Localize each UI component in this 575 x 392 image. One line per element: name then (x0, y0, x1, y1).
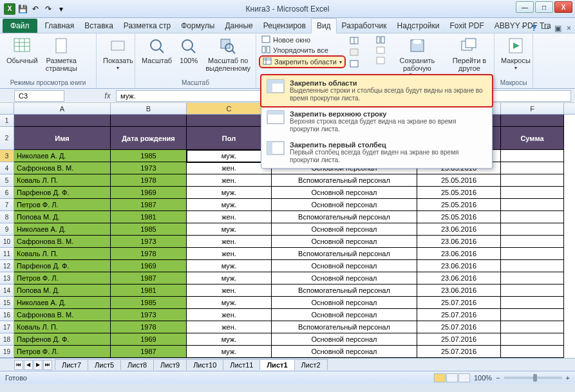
undo-icon[interactable]: ↶ (30, 3, 41, 15)
tab-view[interactable]: Вид (311, 18, 337, 33)
name-cell[interactable]: Коваль Л. П. (14, 321, 111, 333)
minimize-ribbon-icon[interactable]: ⌃ (520, 24, 527, 33)
row-header[interactable]: 11 (0, 248, 14, 260)
name-cell[interactable]: Попова М. Д. (14, 211, 111, 223)
sex-cell[interactable]: жен. (187, 248, 272, 260)
tab-insert[interactable]: Вставка (79, 19, 118, 33)
sex-cell[interactable]: жен. (187, 174, 272, 187)
dob-cell[interactable]: 1981 (111, 285, 187, 297)
sex-cell[interactable]: муж. (187, 260, 272, 272)
sum-cell[interactable] (501, 162, 564, 174)
name-cell[interactable]: Попова М. Д. (14, 285, 111, 297)
sheet-tab[interactable]: Лист7 (55, 359, 88, 370)
split-button[interactable] (347, 36, 373, 46)
name-cell[interactable]: Петров Ф. Л. (14, 272, 111, 285)
row-header[interactable]: 16 (0, 309, 14, 321)
column-header-cell[interactable]: Дата рождения (111, 127, 187, 150)
name-cell[interactable]: Парфенов Д. Ф. (14, 333, 111, 346)
row-header[interactable]: 12 (0, 260, 14, 272)
dob-cell[interactable]: 1981 (111, 211, 187, 223)
sheet-nav-first-icon[interactable]: ⏮ (14, 360, 23, 370)
row-header[interactable]: 18 (0, 333, 14, 346)
dob-cell[interactable]: 1985 (111, 297, 187, 309)
name-cell[interactable]: Петров Ф. Л. (14, 199, 111, 211)
dob-cell[interactable]: 1987 (111, 346, 187, 358)
sheet-tab[interactable]: Лист9 (153, 359, 187, 370)
dob-cell[interactable]: 1969 (111, 260, 187, 272)
sum-cell[interactable] (501, 199, 564, 211)
freeze-panes-option[interactable]: Закрепить областиВыделенные строки и сто… (260, 74, 493, 107)
header-cell[interactable] (111, 115, 187, 127)
tab-data[interactable]: Данные (220, 19, 258, 33)
category-cell[interactable]: Основной персонал (272, 236, 417, 248)
sum-cell[interactable] (501, 346, 564, 358)
maximize-button[interactable]: □ (535, 1, 553, 13)
help-icon[interactable]: ? (532, 24, 536, 33)
date-cell[interactable]: 25.07.2016 (417, 321, 501, 333)
category-cell[interactable]: Вспомогательный персонал (272, 211, 417, 223)
category-cell[interactable]: Основной персонал (272, 297, 417, 309)
sheet-tab[interactable]: Лист1 (259, 359, 294, 370)
close-button[interactable]: X (554, 1, 572, 13)
sheet-nav-next-icon[interactable]: ▶ (33, 360, 42, 370)
tab-home[interactable]: Главная (40, 19, 80, 33)
row-header[interactable]: 9 (0, 223, 14, 236)
sum-cell[interactable] (501, 187, 564, 199)
tab-page-layout[interactable]: Разметка стр (118, 19, 176, 33)
normal-view-icon[interactable] (434, 373, 446, 382)
sex-cell[interactable]: муж. (187, 346, 272, 358)
sex-cell[interactable]: муж. (187, 150, 272, 162)
category-cell[interactable]: Основной персонал (272, 309, 417, 321)
sum-cell[interactable] (501, 285, 564, 297)
sheet-nav-last-icon[interactable]: ⏭ (43, 360, 52, 370)
header-cell[interactable] (14, 115, 111, 127)
dob-cell[interactable]: 1973 (111, 236, 187, 248)
date-cell[interactable]: 23.06.2016 (417, 248, 501, 260)
category-cell[interactable]: Вспомогательный персонал (272, 321, 417, 333)
tab-foxit[interactable]: Foxit PDF (444, 19, 489, 33)
row-header[interactable]: 5 (0, 174, 14, 187)
date-cell[interactable]: 23.06.2016 (417, 223, 501, 236)
dob-cell[interactable]: 1985 (111, 223, 187, 236)
name-cell[interactable]: Парфенов Д. Ф. (14, 260, 111, 272)
tab-developer[interactable]: Разработчик (337, 19, 392, 33)
header-cell[interactable] (187, 115, 272, 127)
freeze-panes-button[interactable]: Закрепить области▾ (259, 55, 346, 68)
redo-icon[interactable]: ↷ (42, 3, 54, 15)
category-cell[interactable]: Вспомогательный персонал (272, 285, 417, 297)
dob-cell[interactable]: 1973 (111, 162, 187, 174)
sum-cell[interactable] (501, 248, 564, 260)
sum-cell[interactable] (501, 260, 564, 272)
dob-cell[interactable]: 1969 (111, 333, 187, 346)
sex-cell[interactable]: муж. (187, 187, 272, 199)
sheet-tab[interactable]: Лист11 (223, 359, 260, 370)
sheet-tab[interactable]: Лист5 (88, 359, 121, 370)
dob-cell[interactable]: 1985 (111, 150, 187, 162)
doc-restore-icon[interactable]: ▣ (554, 24, 561, 33)
sex-cell[interactable]: муж. (187, 333, 272, 346)
row-header[interactable]: 3 (0, 150, 14, 162)
freeze-first-col-option[interactable]: Закрепить первый столбецПервый столбец в… (261, 137, 492, 168)
date-cell[interactable]: 25.07.2016 (417, 297, 501, 309)
date-cell[interactable]: 25.05.2016 (417, 199, 501, 211)
date-cell[interactable]: 25.05.2016 (417, 211, 501, 223)
file-tab[interactable]: Файл (3, 19, 37, 33)
sum-cell[interactable] (501, 333, 564, 346)
header-cell[interactable] (501, 115, 564, 127)
category-cell[interactable]: Основной персонал (272, 272, 417, 285)
name-cell[interactable]: Николаев А. Д. (14, 297, 111, 309)
tab-formulas[interactable]: Формулы (176, 19, 220, 33)
column-header-cell[interactable]: Пол (187, 127, 272, 150)
dob-cell[interactable]: 1973 (111, 309, 187, 321)
name-cell[interactable]: Коваль Л. П. (14, 174, 111, 187)
sum-cell[interactable] (501, 211, 564, 223)
hide-button[interactable] (347, 48, 373, 58)
unhide-button[interactable] (347, 59, 373, 70)
zoom-in-button[interactable]: + (566, 374, 570, 382)
sex-cell[interactable]: жен. (187, 162, 272, 174)
macros-button[interactable]: Макросы ▾ (497, 35, 534, 79)
category-cell[interactable]: Основной персонал (272, 199, 417, 211)
sum-cell[interactable] (501, 297, 564, 309)
fx-icon[interactable]: fx (99, 91, 116, 100)
sheet-nav-prev-icon[interactable]: ◀ (24, 360, 33, 370)
